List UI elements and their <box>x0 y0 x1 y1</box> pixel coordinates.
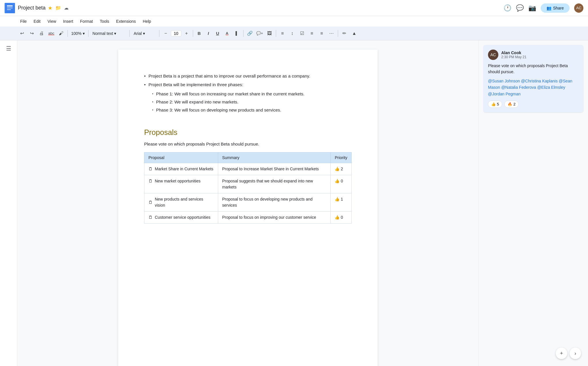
proposal-icon: 🗒 <box>148 178 152 184</box>
share-button[interactable]: 👥 Share <box>541 3 570 13</box>
thumbs-up-count: 5 <box>497 102 499 106</box>
line-spacing-button[interactable]: ↕ <box>288 29 297 38</box>
doc-page: Project Beta is a project that aims to i… <box>118 50 378 366</box>
underline-button[interactable]: U <box>213 29 222 38</box>
font-size-input[interactable] <box>171 30 181 37</box>
undo-button[interactable]: ↩ <box>17 29 27 38</box>
menu-view[interactable]: View <box>45 18 59 25</box>
comment-icon[interactable]: 💬 <box>516 4 524 12</box>
table-cell-summary: Proposal to Increase Market Share in Cur… <box>218 163 331 175</box>
expand-sidebar-fab[interactable]: › <box>570 348 581 359</box>
numbered-list-button[interactable]: ≡ <box>317 29 326 38</box>
list-item: Project Beta is a project that aims to i… <box>144 73 352 80</box>
style-select[interactable]: Normal text ▾ <box>90 30 128 37</box>
avatar[interactable]: AC <box>574 3 583 13</box>
title-bar: Project beta ★ 📁 ☁ 🕐 💬 📷 👥 Share AC <box>0 0 588 16</box>
proposals-table: Proposal Summary Priority 🗒 Market Share… <box>144 152 352 224</box>
doc-title: Project beta <box>18 5 46 11</box>
font-size-decrease-button[interactable]: − <box>161 29 170 38</box>
image-button[interactable]: 🖼 <box>265 29 274 38</box>
comment-time: 2:30 PM May 21 <box>501 55 526 59</box>
separator-6 <box>243 30 244 37</box>
list-item: Phase 1: We will focus on increasing our… <box>152 90 352 97</box>
menu-edit[interactable]: Edit <box>31 18 44 25</box>
proposals-description: Please vote on which proposals Project B… <box>144 142 352 146</box>
main-bullet-list: Project Beta is a project that aims to i… <box>144 73 352 88</box>
table-cell-proposal: 🗒 Customer service opportunities <box>144 212 218 224</box>
collapse-toolbar-button[interactable]: ▲ <box>350 29 359 38</box>
alignment-button[interactable]: ≡ <box>278 29 287 38</box>
doc-area: Project Beta is a project that aims to i… <box>17 40 478 366</box>
proposal-name: Market Share in Current Markets <box>155 166 213 172</box>
list-item: Phase 3: We will focus on developing new… <box>152 107 352 114</box>
font-size-increase-button[interactable]: + <box>182 29 191 38</box>
menu-help[interactable]: Help <box>140 18 154 25</box>
bold-button[interactable]: B <box>195 29 203 38</box>
bottom-right-fabs: + › <box>556 348 581 359</box>
menu-tools[interactable]: Tools <box>97 18 112 25</box>
video-icon[interactable]: 📷 <box>528 4 536 12</box>
table-header-proposal: Proposal <box>144 152 218 163</box>
menu-insert[interactable]: Insert <box>60 18 76 25</box>
table-cell-summary: Proposal suggests that we should expand … <box>218 175 331 193</box>
outline-icon[interactable]: ☰ <box>6 45 11 52</box>
comment-avatar: AC <box>488 50 498 60</box>
docs-icon <box>5 3 15 13</box>
table-cell-priority: 👍 2 <box>331 163 352 175</box>
link-button[interactable]: 🔗 <box>245 29 255 38</box>
main-area: ☰ Project Beta is a project that aims to… <box>0 40 588 366</box>
table-cell-summary: Proposal to focus on developing new prod… <box>218 193 331 212</box>
table-cell-priority: 👍 0 <box>331 175 352 193</box>
title-right: 🕐 💬 📷 👥 Share AC <box>504 3 583 13</box>
spell-check-button[interactable]: abc <box>47 29 56 38</box>
separator-4 <box>159 30 159 37</box>
font-select[interactable]: Arial ▾ <box>131 30 157 37</box>
highlight-color-button[interactable]: ▌ <box>232 29 242 38</box>
add-note-fab[interactable]: + <box>556 348 567 359</box>
comment-add-button[interactable]: 💬+ <box>255 29 264 38</box>
proposal-icon: 🗒 <box>148 166 152 172</box>
table-row: 🗒 New products and services vision Propo… <box>144 193 352 212</box>
checklist-button[interactable]: ☑ <box>297 29 307 38</box>
comment-card: AC Alan Cook 2:30 PM May 21 Please vote … <box>483 45 583 112</box>
history-icon[interactable]: 🕐 <box>504 4 511 12</box>
proposal-icon: 🗒 <box>148 199 152 205</box>
reaction-fire-button[interactable]: 🔥 2 <box>504 101 519 108</box>
text-color-button[interactable]: A <box>223 29 232 38</box>
separator-3 <box>129 30 130 37</box>
cloud-icon[interactable]: ☁ <box>64 5 69 11</box>
table-cell-priority: 👍 0 <box>331 212 352 224</box>
italic-button[interactable]: I <box>204 29 213 38</box>
table-cell-proposal: 🗒 New products and services vision <box>144 193 218 212</box>
more-options-button[interactable]: ⋯ <box>327 29 336 38</box>
left-panel: ☰ <box>0 40 17 366</box>
star-icon[interactable]: ★ <box>48 5 52 11</box>
proposals-heading: Proposals <box>144 128 352 137</box>
table-cell-priority: 👍 1 <box>331 193 352 212</box>
zoom-select[interactable]: 100% ▾ <box>69 30 86 37</box>
comment-text: Please vote on which proposals Project B… <box>488 63 579 75</box>
table-row: 🗒 Customer service opportunities Proposa… <box>144 212 352 224</box>
comment-author-info: Alan Cook 2:30 PM May 21 <box>501 50 526 59</box>
print-button[interactable]: 🖨 <box>37 29 46 38</box>
font-dropdown-icon: ▾ <box>143 31 145 36</box>
reaction-thumbs-up-button[interactable]: 👍 5 <box>488 101 502 108</box>
table-cell-proposal: 🗒 New market opportunities <box>144 175 218 193</box>
style-dropdown-icon: ▾ <box>114 31 116 36</box>
folder-icon[interactable]: 📁 <box>55 5 61 11</box>
menu-format[interactable]: Format <box>77 18 96 25</box>
table-row: 🗒 New market opportunities Proposal sugg… <box>144 175 352 193</box>
menu-extensions[interactable]: Extensions <box>113 18 139 25</box>
menu-file[interactable]: File <box>17 18 30 25</box>
comment-header: AC Alan Cook 2:30 PM May 21 <box>488 50 579 60</box>
table-row: 🗒 Market Share in Current Markets Propos… <box>144 163 352 175</box>
table-cell-proposal: 🗒 Market Share in Current Markets <box>144 163 218 175</box>
fire-icon: 🔥 <box>508 102 512 106</box>
table-cell-summary: Proposal to focus on improving our custo… <box>218 212 331 224</box>
list-item: Phase 2: We will expand into new markets… <box>152 99 352 105</box>
edit-mode-button[interactable]: ✏ <box>340 29 349 38</box>
bullet-list-button[interactable]: ≡ <box>307 29 316 38</box>
redo-button[interactable]: ↪ <box>27 29 36 38</box>
paint-format-button[interactable]: 🖌 <box>56 29 66 38</box>
proposal-name: New market opportunities <box>155 178 201 184</box>
